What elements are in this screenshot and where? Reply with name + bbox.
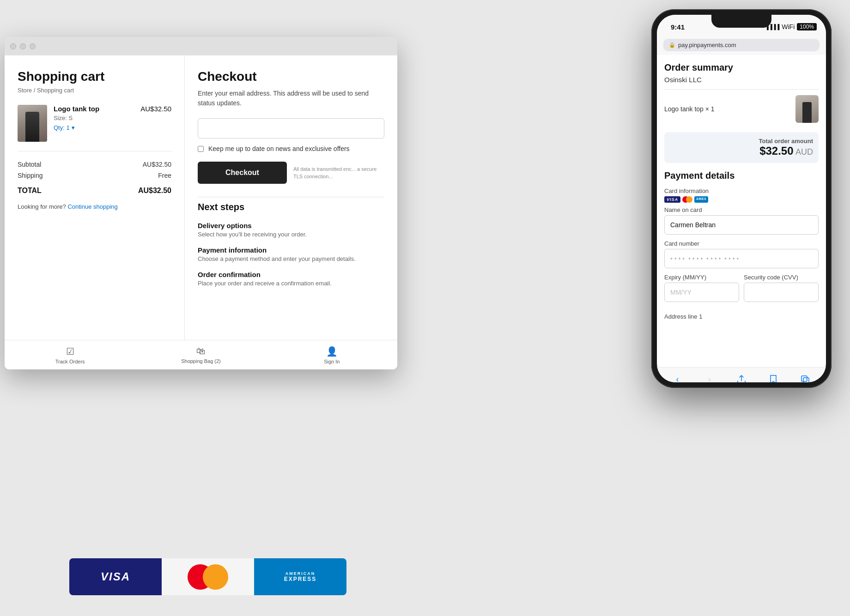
step-delivery-name: Delivery options bbox=[198, 222, 384, 229]
mc-right-dot bbox=[686, 196, 692, 203]
shipping-value: Free bbox=[158, 172, 171, 179]
payment-cards-strip: VISA AMERICAN EXPRESS bbox=[69, 551, 402, 602]
total-label-phone: Total order amount bbox=[670, 138, 813, 145]
phone-frame: 9:41 ▐▐▐▐ WiFi 100% 🔒 pay.pinpayments.co… bbox=[651, 9, 832, 388]
shipping-label: Shipping bbox=[18, 172, 43, 179]
checkout-panel: Checkout Enter your email address. This … bbox=[185, 55, 397, 369]
total-label: TOTAL bbox=[18, 187, 42, 195]
amex-top-text: AMERICAN bbox=[285, 571, 316, 576]
order-item-name: Logo tank top × 1 bbox=[664, 105, 795, 113]
visa-badge: VISA bbox=[664, 196, 680, 203]
step-confirmation-desc: Place your order and receive a confirmat… bbox=[198, 280, 384, 287]
address-pill[interactable]: 🔒 pay.pinpayments.com bbox=[663, 39, 820, 51]
nav-shopping-bag[interactable]: 🛍 Shopping Bag (2) bbox=[135, 346, 185, 364]
bottom-nav: ☑ Track Orders 🛍 Shopping Bag (2) 👤 Sign… bbox=[5, 340, 185, 369]
browser-window: Shopping cart Store / Shopping cart Logo… bbox=[5, 37, 397, 369]
cart-panel: Shopping cart Store / Shopping cart Logo… bbox=[5, 55, 185, 369]
qty-chevron-icon: ▾ bbox=[72, 124, 75, 131]
step-delivery: Delivery options Select how you'll be re… bbox=[198, 222, 384, 238]
breadcrumb-sep: / bbox=[34, 87, 37, 94]
phone-bottom-bar: ‹ › bbox=[657, 367, 826, 382]
newsletter-checkbox[interactable] bbox=[198, 146, 204, 152]
share-button[interactable] bbox=[733, 371, 750, 383]
track-orders-icon: ☑ bbox=[66, 346, 74, 357]
visa-card-strip: VISA bbox=[69, 558, 162, 595]
email-input[interactable] bbox=[198, 118, 384, 139]
expiry-cvv-row: Expiry (MM/YY) Security code (CVV) bbox=[664, 274, 819, 308]
shipping-row: Shipping Free bbox=[18, 172, 171, 179]
checkout-button[interactable]: Checkout bbox=[198, 162, 287, 184]
breadcrumb-page: Shopping cart bbox=[37, 87, 74, 94]
cart-title: Shopping cart bbox=[18, 69, 171, 84]
phone-mockup: 9:41 ▐▐▐▐ WiFi 100% 🔒 pay.pinpayments.co… bbox=[651, 9, 832, 388]
name-on-card-label: Name on card bbox=[664, 206, 819, 213]
amex-card-strip: AMERICAN EXPRESS bbox=[254, 558, 346, 595]
svg-rect-0 bbox=[801, 376, 807, 381]
url-text: pay.pinpayments.com bbox=[678, 42, 736, 48]
step-delivery-desc: Select how you'll be receiving your orde… bbox=[198, 231, 384, 238]
expiry-input[interactable] bbox=[664, 283, 739, 302]
cvv-input[interactable] bbox=[744, 283, 819, 302]
continue-text: Looking for more? bbox=[18, 203, 66, 210]
battery-icon: 100% bbox=[797, 23, 817, 30]
order-item-row: Logo tank top × 1 bbox=[664, 95, 819, 127]
step-confirmation-name: Order confirmation bbox=[198, 271, 384, 278]
cart-item-image-inner bbox=[18, 105, 47, 142]
nav-bag-label: Shopping Bag (2) bbox=[181, 358, 185, 364]
svg-rect-1 bbox=[803, 378, 809, 383]
mc-right-circle bbox=[203, 564, 228, 590]
address-label: Address line 1 bbox=[664, 313, 819, 320]
forward-button[interactable]: › bbox=[701, 371, 718, 383]
phone-content: Order summary Osinski LLC Logo tank top … bbox=[657, 55, 826, 367]
order-total-box: Total order amount $32.50 AUD bbox=[664, 132, 819, 163]
step-payment-desc: Choose a payment method and enter your p… bbox=[198, 255, 384, 262]
checkout-subtitle: Enter your email address. This address w… bbox=[198, 89, 384, 108]
remove-item-button[interactable]: ✕ bbox=[162, 105, 171, 114]
step-payment: Payment information Choose a payment met… bbox=[198, 246, 384, 262]
subtotal-row: Subtotal AU$32.50 bbox=[18, 161, 171, 168]
cart-item-figure bbox=[25, 112, 39, 142]
traffic-light-maximize[interactable] bbox=[30, 43, 36, 49]
traffic-light-minimize[interactable] bbox=[20, 43, 26, 49]
card-number-input[interactable] bbox=[664, 249, 819, 268]
cvv-field: Security code (CVV) bbox=[744, 274, 819, 308]
nav-track-orders[interactable]: ☑ Track Orders bbox=[5, 346, 135, 364]
tabs-icon bbox=[801, 375, 809, 383]
mastercard-badge bbox=[682, 196, 692, 203]
subtotal-value: AU$32.50 bbox=[143, 161, 171, 168]
phone-screen: 9:41 ▐▐▐▐ WiFi 100% 🔒 pay.pinpayments.co… bbox=[657, 15, 826, 382]
continue-shopping-link[interactable]: Continue shopping bbox=[67, 203, 117, 210]
breadcrumb: Store / Shopping cart bbox=[18, 87, 171, 94]
cart-item-details: Logo tank top Size: S Qty: 1 ▾ bbox=[54, 105, 134, 131]
card-number-label: Card number bbox=[664, 240, 819, 247]
breadcrumb-store: Store bbox=[18, 87, 32, 94]
newsletter-label: Keep me up to date on news and exclusive… bbox=[208, 145, 350, 152]
cart-item-qty[interactable]: Qty: 1 ▾ bbox=[54, 124, 134, 131]
lock-icon: 🔒 bbox=[669, 42, 675, 48]
amex-badge: AMEX bbox=[694, 196, 708, 203]
share-icon bbox=[737, 375, 746, 383]
total-amount-row: $32.50 AUD bbox=[670, 145, 813, 157]
browser-titlebar bbox=[5, 37, 397, 55]
amex-bottom-text: EXPRESS bbox=[284, 576, 317, 582]
cart-item: Logo tank top Size: S Qty: 1 ▾ AU$32.50 … bbox=[18, 105, 171, 151]
secure-text: All data is transmitted enc... a secure … bbox=[293, 165, 384, 181]
status-icons: ▐▐▐▐ WiFi 100% bbox=[765, 23, 817, 30]
expiry-label: Expiry (MM/YY) bbox=[664, 274, 739, 281]
checkout-title: Checkout bbox=[198, 69, 384, 84]
tabs-button[interactable] bbox=[797, 371, 814, 383]
subtotal-label: Subtotal bbox=[18, 161, 41, 168]
name-on-card-input[interactable] bbox=[664, 215, 819, 235]
cart-item-name: Logo tank top bbox=[54, 105, 134, 113]
total-currency: AUD bbox=[795, 147, 813, 157]
total-amount: $32.50 bbox=[759, 145, 793, 157]
next-steps-title: Next steps bbox=[198, 197, 384, 212]
traffic-light-close[interactable] bbox=[10, 43, 16, 49]
order-item-thumbnail bbox=[795, 95, 819, 123]
back-button[interactable]: ‹ bbox=[669, 371, 686, 383]
newsletter-row: Keep me up to date on news and exclusive… bbox=[198, 145, 384, 152]
bookmarks-button[interactable] bbox=[765, 371, 782, 383]
merchant-name: Osinski LLC bbox=[664, 76, 819, 90]
step-payment-name: Payment information bbox=[198, 246, 384, 254]
order-summary-title: Order summary bbox=[664, 62, 819, 73]
